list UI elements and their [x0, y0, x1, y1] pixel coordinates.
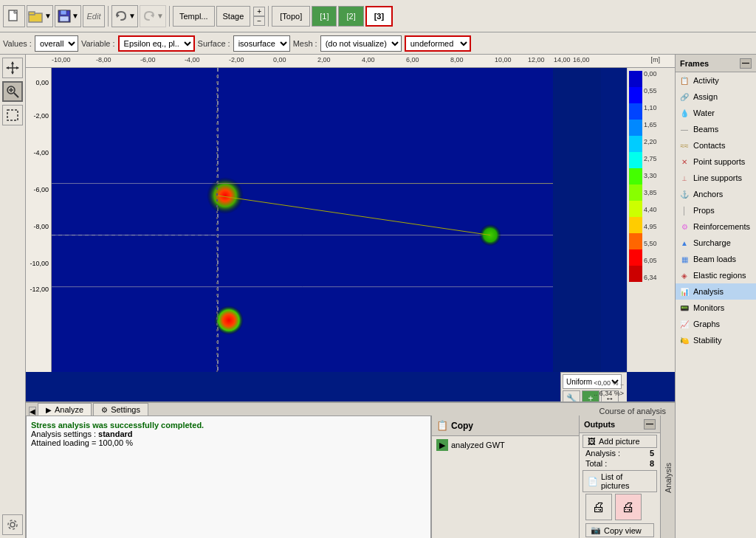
stage-minus[interactable]: − [253, 16, 265, 26]
tab-1[interactable]: [1] [312, 6, 337, 27]
frame-icon: ⚓ [678, 189, 690, 199]
viewport[interactable]: 0,00 -2,00 -4,00 -6,00 -8,00 -10,00 -12,… [26, 68, 675, 401]
log-line-3: Attained loading = 100,00 % [31, 438, 426, 447]
svg-marker-14 [16, 66, 19, 69]
tab-topo[interactable]: [Topo] [272, 6, 310, 27]
frame-item-beams[interactable]: — Beams [676, 121, 756, 137]
frame-item-stability[interactable]: 🍋 Stability [676, 332, 756, 348]
save-button[interactable]: ▼ [55, 5, 81, 27]
surface-select[interactable]: isosurface [233, 35, 290, 52]
main-area: -10,00 -8,00 -6,00 -4,00 -2,00 0,00 2,00… [0, 55, 756, 538]
bottom-tabs: ◀ ▶ Analyze ⚙ Settings Course of analysi… [26, 403, 675, 415]
tab-settings[interactable]: ⚙ Settings [93, 403, 148, 415]
frame-item-contacts[interactable]: ≈≈ Contacts [676, 137, 756, 154]
center-area: -10,00 -8,00 -6,00 -4,00 -2,00 0,00 2,00… [26, 55, 675, 538]
log-panel: Stress analysis was successfully complet… [26, 415, 431, 538]
frames-list: 📋 Activity 🔗 Assign 💧 Water — Beams ≈≈ C… [676, 72, 756, 348]
pan-tool[interactable] [2, 58, 23, 78]
tab-analyze[interactable]: ▶ Analyze [38, 403, 92, 415]
frame-label: Elastic regions [693, 271, 746, 280]
svg-line-16 [14, 93, 18, 97]
frame-item-surcharge[interactable]: ▲ Surcharge [676, 235, 756, 251]
frame-icon: ✕ [678, 156, 690, 167]
undo-button[interactable]: ▼ [111, 5, 138, 27]
frame-item-beam-loads[interactable]: ▦ Beam loads [676, 251, 756, 267]
analyze-icon: ▶ [46, 406, 52, 414]
copy-header: 📋 Copy [432, 415, 579, 436]
new-button[interactable] [3, 5, 25, 27]
left-sidebar [0, 55, 26, 538]
frame-item-props[interactable]: │ Props [676, 202, 756, 218]
collapse-left[interactable]: ◀ [29, 407, 36, 415]
separator-3 [268, 6, 269, 27]
play-gwt-button[interactable]: ▶ [436, 439, 448, 451]
frame-item-reinforcements[interactable]: ⚙ Reinforcements [676, 218, 756, 235]
frame-label: Assign [693, 92, 718, 101]
frame-item-anchors[interactable]: ⚓ Anchors [676, 186, 756, 202]
variable-select[interactable]: Epsilon eq., pl.. [118, 35, 195, 52]
mesh-select[interactable]: (do not visualize) [320, 35, 402, 52]
svg-rect-19 [7, 110, 18, 120]
frame-item-graphs[interactable]: 📈 Graphs [676, 316, 756, 332]
frame-item-analysis[interactable]: 📊 Analysis [676, 283, 756, 300]
print-button-1[interactable]: 🖨 [585, 494, 612, 520]
frame-label: Beams [693, 125, 718, 134]
svg-marker-12 [11, 72, 14, 75]
frame-item-monitors[interactable]: 📟 Monitors [676, 300, 756, 316]
list-pictures-button[interactable]: 📄 List of pictures [583, 470, 657, 492]
frame-label: Line supports [693, 173, 742, 182]
stage-plus[interactable]: + [253, 7, 265, 16]
frame-label: Reinforcements [693, 222, 750, 231]
frame-item-elastic-regions[interactable]: ◈ Elastic regions [676, 267, 756, 283]
frame-icon: 🔗 [678, 92, 690, 102]
values-select[interactable]: overall [35, 35, 78, 52]
frame-item-point-supports[interactable]: ✕ Point supports [676, 154, 756, 170]
print-row: 🖨 🖨 [583, 492, 657, 522]
redo-button[interactable]: ▼ [140, 5, 166, 27]
frame-item-assign[interactable]: 🔗 Assign [676, 89, 756, 105]
mesh-label: Mesh : [293, 39, 317, 48]
print-button-2[interactable]: 🖨 [615, 494, 642, 520]
bottom-panel: ◀ ▶ Analyze ⚙ Settings Course of analysi… [26, 401, 675, 538]
frames-minimize[interactable]: — [740, 58, 752, 69]
course-of-analysis-label[interactable]: Course of analysis [594, 407, 673, 415]
copy-view-button[interactable]: 📷 Copy view [585, 523, 654, 537]
analysis-vertical-text: Analysis [662, 460, 674, 496]
add-picture-button[interactable]: 🖼 Add picture [583, 435, 657, 448]
right-sidebar: Frames — 📋 Activity 🔗 Assign 💧 Water — B… [675, 55, 756, 538]
frame-icon: ⚙ [678, 221, 690, 232]
select-tool[interactable] [2, 105, 23, 125]
svg-rect-5 [61, 10, 66, 15]
frame-item-line-supports[interactable]: ⟂ Line supports [676, 170, 756, 186]
frame-item-activity[interactable]: 📋 Activity [676, 72, 756, 89]
analysis-count-row: Analysis : 5 [583, 448, 657, 458]
frames-header: Frames — [676, 55, 756, 72]
tab-2[interactable]: [2] [338, 6, 363, 27]
zoom-tool[interactable] [2, 81, 23, 102]
bottom-content: Stress analysis was successfully complet… [26, 415, 675, 538]
wrench-tool[interactable]: 🔧 [563, 390, 580, 401]
frame-item-water[interactable]: 💧 Water [676, 105, 756, 121]
tab-3[interactable]: [3] [365, 6, 393, 27]
values-label: Values : [3, 39, 32, 48]
svg-point-20 [10, 523, 15, 527]
svg-point-21 [8, 520, 17, 529]
open-button[interactable]: ▼ [27, 5, 53, 27]
gwt-label: analyzed GWT [451, 441, 505, 449]
viewport-canvas [26, 68, 601, 372]
toolbar: ▼ ▼ Edit ▼ ▼ Templ... Stage + − [Topo] [… [0, 0, 756, 32]
settings-tool[interactable] [2, 514, 23, 535]
outputs-minimize[interactable]: — [644, 419, 656, 430]
frame-label: Monitors [693, 303, 724, 312]
stage-button[interactable]: Stage [216, 6, 251, 27]
surface-label: Surface : [198, 39, 230, 48]
analysis-rotated-label: Analysis [660, 415, 675, 538]
total-count-row: Total : 8 [583, 458, 657, 469]
frame-label: Stability [693, 336, 722, 345]
template-button[interactable]: Templ... [173, 6, 215, 27]
frame-label: Anchors [693, 190, 723, 199]
list-pictures-icon: 📄 [588, 477, 598, 486]
log-line-1: Stress analysis was successfully complet… [31, 421, 426, 430]
edit-button[interactable]: Edit [83, 5, 105, 27]
deform-select[interactable]: undeformed [405, 35, 471, 52]
